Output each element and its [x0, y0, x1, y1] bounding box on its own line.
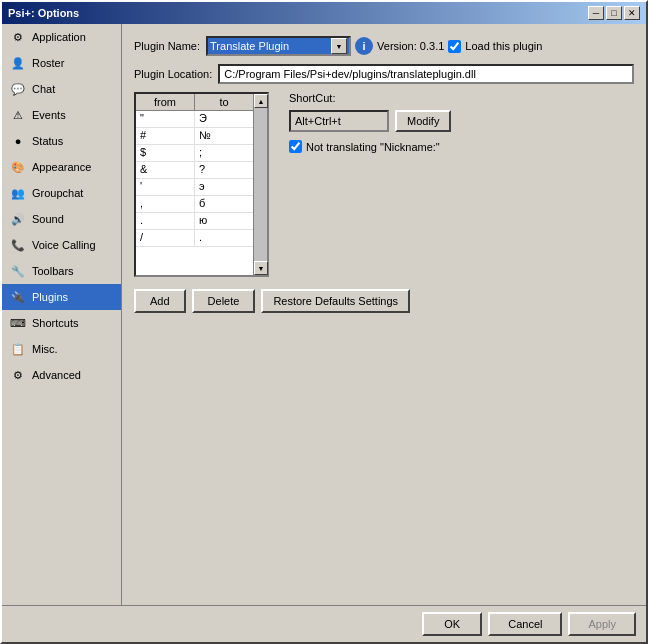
- dropdown-arrow-icon[interactable]: ▼: [331, 38, 347, 54]
- not-translating-label: Not translating "Nickname:": [306, 141, 440, 153]
- from-cell: ': [136, 179, 195, 195]
- table-row[interactable]: # №: [136, 128, 253, 145]
- sidebar-item-advanced[interactable]: ⚙ Advanced: [2, 362, 121, 388]
- sidebar-item-label: Chat: [32, 83, 55, 95]
- delete-button[interactable]: Delete: [192, 289, 256, 313]
- application-icon: ⚙: [10, 29, 26, 45]
- shortcuts-icon: ⌨: [10, 315, 26, 331]
- events-icon: ⚠: [10, 107, 26, 123]
- sidebar-item-voicecalling[interactable]: 📞 Voice Calling: [2, 232, 121, 258]
- main-window: Psi+: Options ─ □ ✕ ⚙ Application 👤 Rost…: [0, 0, 648, 644]
- misc-icon: 📋: [10, 341, 26, 357]
- close-button[interactable]: ✕: [624, 6, 640, 20]
- ok-button[interactable]: OK: [422, 612, 482, 636]
- to-cell: .: [195, 230, 253, 246]
- sidebar-item-misc[interactable]: 📋 Misc.: [2, 336, 121, 362]
- table-row[interactable]: , б: [136, 196, 253, 213]
- shortcut-label: ShortCut:: [289, 92, 634, 104]
- table-row[interactable]: " Э: [136, 111, 253, 128]
- table-row[interactable]: / .: [136, 230, 253, 247]
- sidebar-item-groupchat[interactable]: 👥 Groupchat: [2, 180, 121, 206]
- advanced-icon: ⚙: [10, 367, 26, 383]
- sidebar-item-chat[interactable]: 💬 Chat: [2, 76, 121, 102]
- shortcut-value: Alt+Ctrl+t: [295, 115, 341, 127]
- sidebar-item-sound[interactable]: 🔊 Sound: [2, 206, 121, 232]
- sidebar-item-label: Sound: [32, 213, 64, 225]
- not-translating-checkbox[interactable]: [289, 140, 302, 153]
- to-cell: Э: [195, 111, 253, 127]
- from-cell: $: [136, 145, 195, 161]
- status-icon: ●: [10, 133, 26, 149]
- apply-button[interactable]: Apply: [568, 612, 636, 636]
- table-scrollbar: ▲ ▼: [253, 94, 267, 275]
- table-inner: from to " Э # №: [136, 94, 253, 275]
- footer: OK Cancel Apply: [2, 605, 646, 642]
- to-cell: ;: [195, 145, 253, 161]
- sidebar-item-label: Appearance: [32, 161, 91, 173]
- table-area: from to " Э # №: [134, 92, 634, 277]
- chat-icon: 💬: [10, 81, 26, 97]
- sidebar-item-roster[interactable]: 👤 Roster: [2, 50, 121, 76]
- toolbars-icon: 🔧: [10, 263, 26, 279]
- info-button[interactable]: i: [355, 37, 373, 55]
- sidebar-item-label: Groupchat: [32, 187, 83, 199]
- from-cell: #: [136, 128, 195, 144]
- add-button[interactable]: Add: [134, 289, 186, 313]
- sidebar-item-shortcuts[interactable]: ⌨ Shortcuts: [2, 310, 121, 336]
- sidebar-item-label: Misc.: [32, 343, 58, 355]
- table-row[interactable]: ' э: [136, 179, 253, 196]
- from-cell: &: [136, 162, 195, 178]
- plugins-icon: 🔌: [10, 289, 26, 305]
- to-cell: №: [195, 128, 253, 144]
- scrollbar-track[interactable]: [254, 108, 267, 261]
- load-plugin-checkbox[interactable]: [448, 40, 461, 53]
- modify-button[interactable]: Modify: [395, 110, 451, 132]
- sidebar: ⚙ Application 👤 Roster 💬 Chat ⚠ Events ●…: [2, 24, 122, 605]
- sidebar-item-label: Voice Calling: [32, 239, 96, 251]
- from-cell: ": [136, 111, 195, 127]
- sidebar-item-events[interactable]: ⚠ Events: [2, 102, 121, 128]
- sidebar-item-label: Plugins: [32, 291, 68, 303]
- from-cell: /: [136, 230, 195, 246]
- shortcut-input[interactable]: Alt+Ctrl+t: [289, 110, 389, 132]
- restore-defaults-button[interactable]: Restore Defaults Settings: [261, 289, 410, 313]
- sidebar-item-label: Toolbars: [32, 265, 74, 277]
- table-row[interactable]: $ ;: [136, 145, 253, 162]
- to-cell: э: [195, 179, 253, 195]
- sidebar-item-label: Application: [32, 31, 86, 43]
- col-to-header: to: [195, 94, 253, 110]
- sound-icon: 🔊: [10, 211, 26, 227]
- title-bar: Psi+: Options ─ □ ✕: [2, 2, 646, 24]
- to-cell: б: [195, 196, 253, 212]
- scroll-down-button[interactable]: ▼: [254, 261, 268, 275]
- sidebar-item-status[interactable]: ● Status: [2, 128, 121, 154]
- table-row[interactable]: & ?: [136, 162, 253, 179]
- cancel-button[interactable]: Cancel: [488, 612, 562, 636]
- plugin-name-row: Plugin Name: Translate Plugin ▼ i Versio…: [134, 36, 634, 56]
- plugin-name-dropdown[interactable]: Translate Plugin ▼: [206, 36, 351, 56]
- sidebar-item-appearance[interactable]: 🎨 Appearance: [2, 154, 121, 180]
- plugin-location-input[interactable]: [218, 64, 634, 84]
- table-header: from to: [136, 94, 253, 111]
- sidebar-item-label: Status: [32, 135, 63, 147]
- sidebar-item-label: Events: [32, 109, 66, 121]
- sidebar-item-toolbars[interactable]: 🔧 Toolbars: [2, 258, 121, 284]
- maximize-button[interactable]: □: [606, 6, 622, 20]
- scroll-up-button[interactable]: ▲: [254, 94, 268, 108]
- appearance-icon: 🎨: [10, 159, 26, 175]
- not-translating-checkbox-label: Not translating "Nickname:": [289, 140, 634, 153]
- col-from-header: from: [136, 94, 195, 110]
- sidebar-item-plugins[interactable]: 🔌 Plugins: [2, 284, 121, 310]
- table-row[interactable]: . ю: [136, 213, 253, 230]
- sidebar-item-application[interactable]: ⚙ Application: [2, 24, 121, 50]
- from-cell: ,: [136, 196, 195, 212]
- plugin-location-row: Plugin Location:: [134, 64, 634, 84]
- voicecalling-icon: 📞: [10, 237, 26, 253]
- right-panel: ShortCut: Alt+Ctrl+t Modify Not translat…: [281, 92, 634, 277]
- table-body: " Э # № $ ; &: [136, 111, 253, 275]
- minimize-button[interactable]: ─: [588, 6, 604, 20]
- sidebar-item-label: Shortcuts: [32, 317, 78, 329]
- sidebar-item-label: Roster: [32, 57, 64, 69]
- load-plugin-checkbox-label: Load this plugin: [448, 40, 542, 53]
- shortcut-row: Alt+Ctrl+t Modify: [289, 110, 634, 132]
